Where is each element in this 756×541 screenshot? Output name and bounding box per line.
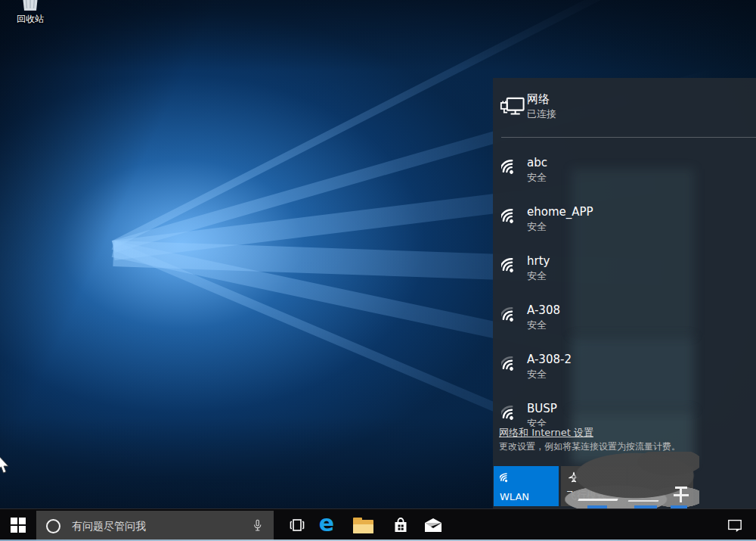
mail-icon <box>423 517 443 533</box>
cortana-circle-icon <box>46 519 60 533</box>
wifi-network-item-ehome-app[interactable]: ehome_APP 安全 <box>493 200 756 249</box>
network-name: 网络 <box>527 92 550 107</box>
wifi-ssid: abc <box>527 156 547 169</box>
wifi-security-label: 安全 <box>527 269 547 283</box>
wifi-ssid: ehome_APP <box>527 205 593 219</box>
edge-browser-button[interactable]: e <box>308 509 345 541</box>
file-explorer-button[interactable] <box>345 509 381 541</box>
airplane-icon <box>567 471 581 484</box>
wifi-security-label: 安全 <box>527 368 547 381</box>
wifi-signal-icon <box>501 205 522 225</box>
microphone-icon[interactable] <box>251 518 264 534</box>
windows-desktop: 回收站 网络 已连接 <box>0 0 756 541</box>
wifi-security-label: 安全 <box>527 171 547 185</box>
mouse-cursor-icon <box>0 455 11 474</box>
network-status: 已连接 <box>527 107 556 121</box>
start-button[interactable] <box>0 509 36 541</box>
wifi-security-label: 安全 <box>527 220 547 234</box>
mail-button[interactable] <box>415 509 451 541</box>
network-flyout-panel: 网络 已连接 abc 安全 <box>493 78 756 509</box>
wifi-signal-icon <box>501 303 522 324</box>
wifi-network-item-busp[interactable]: BUSP 安全 <box>493 396 756 427</box>
wifi-signal-icon <box>501 402 522 422</box>
wifi-ssid: A-308 <box>527 303 560 317</box>
wlan-toggle-tile[interactable]: WLAN <box>494 466 559 506</box>
wifi-network-list: abc 安全 ehome_APP 安全 <box>493 151 756 427</box>
wifi-icon <box>500 471 513 483</box>
wifi-network-item-abc[interactable]: abc 安全 <box>493 151 756 200</box>
action-center-icon <box>727 518 743 533</box>
recycle-bin-shortcut[interactable]: 回收站 <box>9 0 51 26</box>
third-quick-action-tile[interactable] <box>628 466 693 506</box>
settings-hint-text: 更改设置，例如将某连接设置为按流量计费。 <box>499 440 680 453</box>
network-internet-settings-link[interactable]: 网络和 Internet 设置 <box>499 426 593 440</box>
store-button[interactable] <box>383 509 419 541</box>
store-icon <box>392 516 410 534</box>
wifi-security-label: 安全 <box>527 319 547 332</box>
windows-start-icon <box>11 518 26 533</box>
wifi-signal-icon <box>501 156 522 176</box>
file-explorer-icon <box>353 518 373 533</box>
taskbar-search-box[interactable] <box>36 511 274 541</box>
wifi-network-item-a-308[interactable]: A-308 安全 <box>493 298 756 347</box>
wifi-ssid: A-308-2 <box>527 353 572 366</box>
connected-network-item[interactable]: 网络 已连接 <box>493 90 756 132</box>
search-input[interactable] <box>70 519 251 533</box>
quick-action-tiles: WLAN 飞行模式 <box>494 466 693 506</box>
task-view-icon <box>288 517 306 533</box>
airplane-mode-tile[interactable]: 飞行模式 <box>561 466 626 506</box>
wifi-network-item-a-308-2[interactable]: A-308-2 安全 <box>493 347 756 396</box>
wifi-signal-icon <box>501 353 522 373</box>
recycle-bin-label: 回收站 <box>9 13 51 26</box>
flyout-separator <box>501 137 756 138</box>
wlan-tile-label: WLAN <box>500 491 529 502</box>
action-center-button[interactable] <box>718 509 751 541</box>
taskbar: e <box>0 508 756 541</box>
recycle-bin-icon <box>17 0 43 12</box>
edge-icon: e <box>319 512 334 535</box>
airplane-mode-tile-label: 飞行模式 <box>567 489 606 502</box>
ethernet-connected-icon <box>500 95 525 120</box>
wifi-network-item-hrty[interactable]: hrty 安全 <box>493 249 756 298</box>
wifi-ssid: hrty <box>527 254 550 268</box>
wifi-signal-icon <box>501 254 522 275</box>
wifi-ssid: BUSP <box>527 402 557 415</box>
